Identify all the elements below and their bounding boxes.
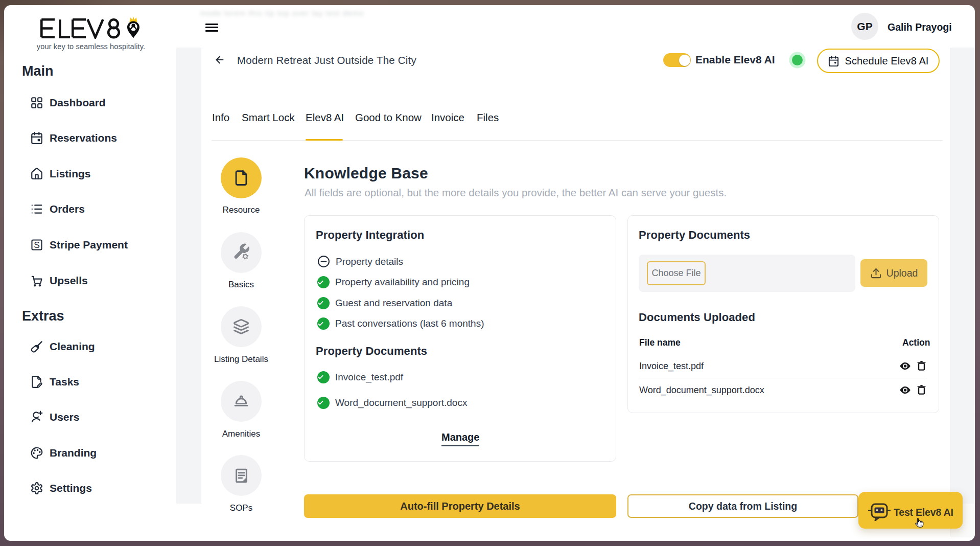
- svg-text:S: S: [34, 240, 40, 250]
